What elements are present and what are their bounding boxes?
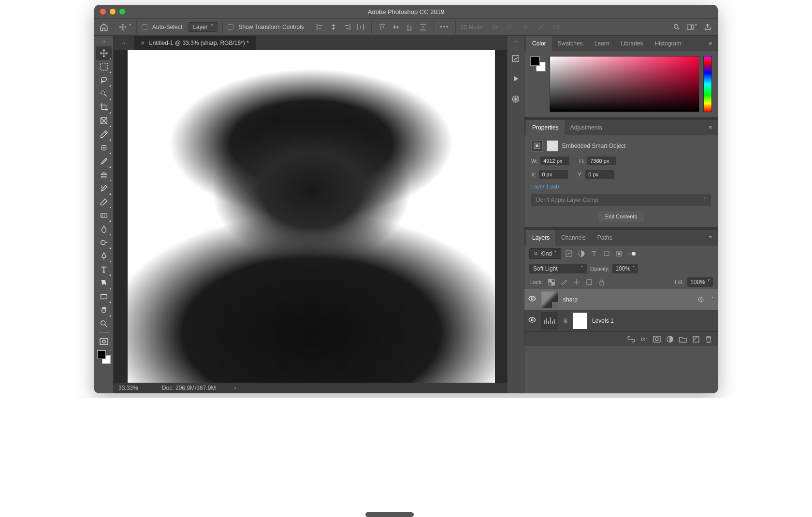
tab-paths[interactable]: Paths	[592, 230, 618, 245]
add-mask-button[interactable]	[653, 336, 661, 343]
pen-tool[interactable]	[96, 249, 112, 263]
search-button[interactable]	[671, 22, 682, 32]
align-bottom-button[interactable]	[404, 21, 415, 33]
distribute-v-button[interactable]	[417, 21, 429, 33]
clone-stamp-tool[interactable]	[96, 168, 112, 182]
canvas[interactable]	[128, 50, 495, 383]
layer-mask-thumbnail[interactable]	[573, 312, 587, 330]
workspace-switcher[interactable]: ˅	[687, 22, 697, 32]
healing-brush-tool[interactable]	[96, 141, 112, 155]
eraser-tool[interactable]	[96, 195, 112, 209]
blend-mode-select[interactable]: Soft Light˅	[529, 264, 587, 273]
tab-layers[interactable]: Layers	[526, 230, 555, 245]
crop-tool[interactable]	[96, 101, 112, 114]
brush-tool[interactable]	[96, 155, 112, 168]
visibility-toggle[interactable]	[528, 317, 536, 325]
collapse-toolbar-button[interactable]: ››	[102, 39, 105, 46]
hand-tool[interactable]	[96, 303, 112, 317]
actions-panel-icon[interactable]	[510, 73, 522, 85]
history-panel-icon[interactable]	[510, 53, 522, 64]
quick-selection-tool[interactable]	[96, 87, 112, 101]
marquee-tool[interactable]	[96, 60, 112, 73]
gradient-tool[interactable]	[96, 209, 112, 222]
status-flyout-button[interactable]: ›	[234, 385, 236, 391]
move-tool[interactable]	[96, 46, 112, 60]
link-layers-button[interactable]	[627, 336, 635, 343]
tab-properties[interactable]: Properties	[526, 120, 565, 135]
frame-tool[interactable]	[96, 114, 112, 128]
share-button[interactable]	[702, 22, 713, 32]
tab-color[interactable]: Color	[526, 36, 552, 51]
linked-file-name[interactable]: Layer 1.psb	[531, 184, 711, 189]
align-right-button[interactable]	[341, 21, 353, 33]
type-tool[interactable]	[96, 263, 112, 276]
filter-toggle-switch[interactable]	[627, 249, 637, 258]
layer-filter-kind-select[interactable]: Kind˅	[529, 248, 561, 259]
filter-pixel-icon[interactable]	[564, 249, 574, 258]
show-transform-checkbox[interactable]	[228, 24, 233, 30]
filter-shape-icon[interactable]	[602, 249, 611, 258]
canvas-viewport[interactable]	[114, 50, 507, 383]
doc-size-info[interactable]: Doc: 206.9M/387.9M	[162, 385, 216, 391]
layer-row[interactable]: sharp ˅	[524, 289, 718, 310]
visibility-toggle[interactable]	[528, 296, 536, 303]
filter-type-icon[interactable]	[589, 249, 599, 258]
y-input[interactable]	[585, 170, 614, 179]
quick-mask-button[interactable]	[98, 337, 110, 346]
collapse-tabs-button[interactable]: ‹‹	[114, 41, 134, 46]
panel-menu-button[interactable]: ≡	[705, 234, 716, 241]
edit-contents-button[interactable]: Edit Contents	[598, 211, 644, 222]
navigator-panel-icon[interactable]	[510, 93, 522, 105]
eyedropper-tool[interactable]	[96, 128, 112, 141]
new-group-button[interactable]	[679, 336, 687, 343]
close-tab-button[interactable]: ×	[141, 39, 145, 47]
tab-learn[interactable]: Learn	[589, 36, 615, 51]
layer-thumbnail[interactable]	[541, 291, 558, 308]
zoom-level[interactable]: 33.33%	[118, 385, 147, 391]
panel-menu-button[interactable]: ≡	[705, 124, 716, 131]
pan-3d-icon[interactable]	[520, 21, 531, 33]
filter-adjustment-icon[interactable]	[577, 249, 586, 258]
lock-transparency-button[interactable]	[547, 278, 556, 287]
width-value[interactable]: 4912 px	[540, 157, 569, 165]
hue-slider[interactable]	[703, 56, 712, 112]
layer-name[interactable]: sharp	[563, 296, 578, 303]
slide-3d-icon[interactable]	[535, 21, 547, 33]
rectangle-tool[interactable]	[96, 290, 112, 303]
align-left-button[interactable]	[314, 21, 326, 33]
link-mask-icon[interactable]	[563, 318, 568, 324]
lock-all-button[interactable]	[597, 278, 606, 287]
path-selection-tool[interactable]	[96, 276, 112, 290]
fill-input[interactable]: 100%˅	[687, 277, 713, 287]
home-button[interactable]	[99, 22, 109, 32]
camera-3d-icon[interactable]	[551, 21, 562, 33]
chevron-down-icon[interactable]: ˅	[711, 296, 714, 303]
dodge-tool[interactable]	[96, 236, 112, 249]
tab-channels[interactable]: Channels	[555, 230, 592, 245]
panel-menu-button[interactable]: ≡	[705, 40, 716, 47]
history-brush-tool[interactable]	[96, 182, 112, 195]
foreground-color-mini[interactable]	[530, 56, 540, 66]
layer-row[interactable]: Levels 1	[524, 310, 718, 331]
lock-image-button[interactable]	[560, 278, 568, 287]
align-top-button[interactable]	[377, 21, 388, 33]
tab-swatches[interactable]: Swatches	[552, 36, 589, 51]
layer-name[interactable]: Levels 1	[592, 317, 614, 324]
color-swatches[interactable]	[97, 350, 111, 364]
lasso-tool[interactable]	[96, 73, 112, 87]
layer-comp-select[interactable]: Don't Apply Layer Comp˅	[531, 194, 711, 206]
move-tool-indicator[interactable]: ˅	[119, 23, 131, 31]
filter-smartobject-icon[interactable]	[614, 249, 624, 258]
opacity-input[interactable]: 100%˅	[612, 264, 638, 273]
adjustment-layer-thumbnail[interactable]	[541, 312, 558, 330]
tab-histogram[interactable]: Histogram	[649, 36, 687, 51]
tab-adjustments[interactable]: Adjustments	[565, 120, 608, 135]
roll-3d-icon[interactable]	[504, 21, 516, 33]
new-layer-button[interactable]	[693, 336, 699, 343]
blur-tool[interactable]	[96, 222, 112, 236]
orbit-3d-icon[interactable]	[489, 21, 500, 33]
zoom-tool[interactable]	[96, 317, 112, 330]
lock-position-button[interactable]	[572, 278, 581, 287]
delete-layer-button[interactable]	[705, 335, 712, 343]
color-field-picker[interactable]	[550, 56, 699, 112]
